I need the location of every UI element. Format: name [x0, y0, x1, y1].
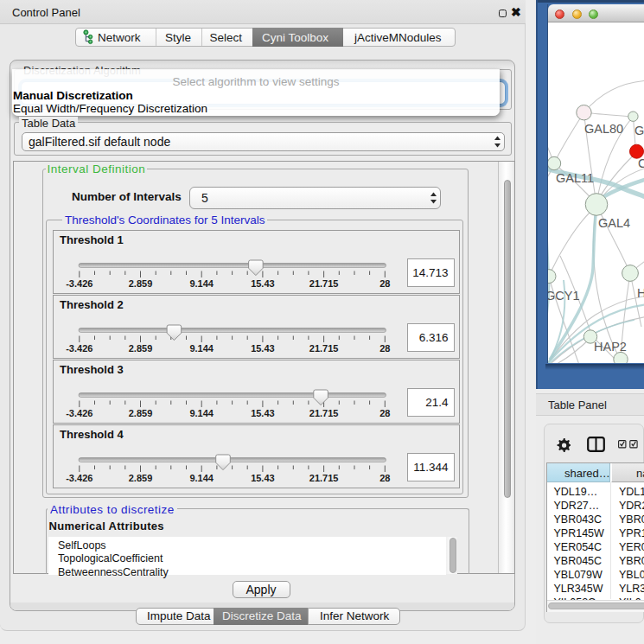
svg-text:9.144: 9.144 — [189, 343, 214, 354]
svg-text:GAL11: GAL11 — [556, 171, 594, 185]
svg-text:-3.426: -3.426 — [66, 473, 92, 483]
svg-text:9.144: 9.144 — [189, 473, 214, 483]
svg-text:2.859: 2.859 — [128, 278, 152, 289]
svg-text:28: 28 — [379, 343, 390, 354]
svg-text:9.144: 9.144 — [189, 408, 214, 418]
svg-text:28: 28 — [379, 278, 390, 289]
svg-text:C: C — [638, 156, 644, 170]
svg-text:21.715: 21.715 — [309, 408, 338, 418]
svg-text:9.144: 9.144 — [189, 278, 214, 289]
svg-text:15.43: 15.43 — [251, 343, 275, 354]
svg-text:GCY1: GCY1 — [548, 289, 580, 303]
svg-text:28: 28 — [379, 473, 390, 483]
svg-text:2.859: 2.859 — [128, 473, 152, 483]
svg-text:GAL4: GAL4 — [598, 216, 630, 230]
svg-text:2.859: 2.859 — [128, 343, 152, 354]
svg-text:GAL80: GAL80 — [584, 122, 623, 136]
svg-text:15.43: 15.43 — [251, 473, 275, 483]
svg-text:15.43: 15.43 — [251, 408, 275, 418]
svg-text:21.715: 21.715 — [309, 343, 338, 354]
svg-text:21.715: 21.715 — [309, 473, 338, 483]
svg-text:GA: GA — [634, 124, 644, 137]
svg-text:28: 28 — [379, 408, 390, 418]
svg-text:HI: HI — [637, 286, 644, 300]
svg-text:2.859: 2.859 — [128, 408, 152, 418]
svg-text:-3.426: -3.426 — [66, 278, 92, 289]
svg-text:21.715: 21.715 — [309, 278, 338, 289]
svg-text:HAP2: HAP2 — [594, 340, 627, 354]
svg-text:-3.426: -3.426 — [66, 408, 92, 418]
svg-text:-3.426: -3.426 — [66, 343, 92, 354]
svg-text:15.43: 15.43 — [251, 278, 275, 289]
